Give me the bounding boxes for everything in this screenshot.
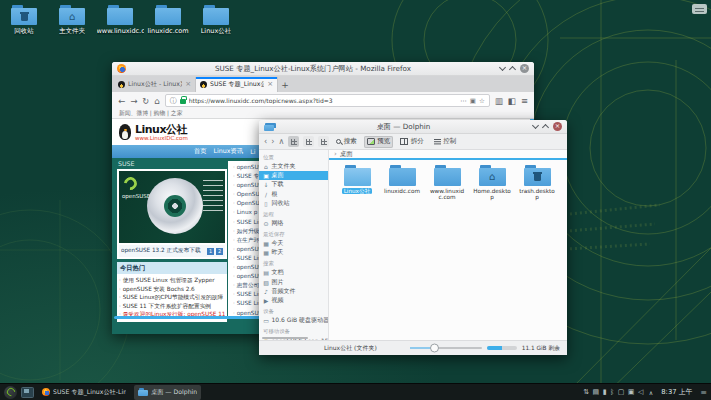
clock[interactable]: 8:37 上午 [661,387,692,397]
places-item[interactable]: 图片 [259,278,328,287]
search-button[interactable]: 搜索 [333,136,360,148]
forward-icon[interactable]: › [271,137,274,147]
control-button[interactable]: 控制 [431,136,460,148]
pagination-2[interactable]: 2 [216,248,223,255]
bookmark-star-icon[interactable]: ☆ [479,97,485,105]
firefox-titlebar[interactable]: SUSE 专题_Linux公社-Linux系统门户网站 - Mozilla Fi… [112,62,534,76]
application-launcher-icon[interactable] [4,386,17,399]
icon-view-button[interactable] [288,136,299,147]
hot-list-link[interactable]: openSUSE 安装 Bochs 2.6 [119,285,225,294]
tab-close-icon[interactable]: × [267,81,273,88]
site-nav-item[interactable]: 首页 [194,147,207,156]
maximize-icon[interactable] [542,124,549,131]
sidebar-toggle-icon[interactable]: ◧ [508,96,516,106]
url-text[interactable]: https://www.linuxidc.com/topicnews.aspx?… [189,97,458,104]
reload-icon[interactable]: ↻ [142,96,149,106]
places-item[interactable]: 桌面 [259,171,328,180]
zoom-slider[interactable] [410,347,482,349]
minimize-icon[interactable] [499,64,506,71]
taskbar-item-firefox[interactable]: SUSE 专题_Linux公社-Linux系统门户… [38,385,130,400]
desktop-folder-icon[interactable]: Linux公社 [192,5,240,36]
hot-list-link[interactable]: 使用 SUSE Linux 包管理器 Zypper [119,276,225,285]
file-item[interactable]: trash.desktop [516,165,558,201]
tab-linux-gongshe[interactable]: Linux公社 - Linux系统门户网 × [114,77,196,92]
places-item[interactable]: 主文件夹 [259,162,328,171]
places-item[interactable]: 音频文件 [259,287,328,296]
places-item[interactable]: 回收站 [259,199,328,208]
pagination-1[interactable]: 1 [207,248,214,255]
home-icon[interactable]: ⌂ [154,96,159,106]
hot-list-link[interactable]: SUSE 11 下文件系统扩容配置实例 [119,302,225,311]
bookmarks-bar[interactable]: 新闻、微博 | 购物 | 之家 [112,109,534,119]
place-icon [263,279,269,286]
site-nav-item[interactable]: Linux资讯 [214,147,244,156]
tab-close-icon[interactable]: × [185,81,191,88]
desktop-folder-icon[interactable]: 回收站 [0,5,48,36]
url-bar[interactable]: ⓘ https://www.linuxidc.com/topicnews.asp… [165,94,490,107]
back-icon[interactable]: ← [118,96,125,106]
new-tab-button[interactable]: + [278,78,292,92]
file-item[interactable]: linuxidc.com [381,165,423,201]
places-item[interactable]: 今天 [259,239,328,248]
forward-icon[interactable]: → [130,96,137,106]
breadcrumb[interactable]: › 桌面 [329,150,567,160]
site-logo-url: www.LinuxIDC.com [135,135,188,141]
column-section-label: SUSE [117,158,227,169]
library-icon[interactable]: ▥ [495,96,503,106]
promo-panel[interactable]: openSUSE openSUSE 13.2 正式发布下载 1 2 [117,169,227,259]
file-item[interactable]: www.linuxidc.com [426,165,468,201]
close-icon[interactable]: × [553,122,562,131]
network-icon[interactable]: ⇅ [583,388,589,397]
places-item[interactable]: 文档 [259,268,328,277]
desktop-toolbox-button[interactable] [692,4,707,14]
desktop-folder-icon[interactable]: linuxidc.com [144,5,192,36]
places-item[interactable]: 昨天 [259,248,328,257]
places-item[interactable]: 10.6 GiB 硬盘驱动器 [259,316,328,325]
clipboard-icon[interactable]: ▤ [593,388,600,397]
menu-icon[interactable]: ≡ [521,96,528,106]
site-logo-title[interactable]: Linux公社 [135,124,188,135]
split-button[interactable]: 拆分 [397,136,427,148]
display-icon[interactable]: ▢ [618,388,625,397]
pocket-icon[interactable]: ▣ [470,97,476,105]
virtual-desktop-pager[interactable] [21,387,34,398]
opensuse-dvd-image[interactable]: openSUSE [119,171,225,243]
file-item[interactable]: Linux公社 [336,165,378,201]
folder-icon [11,5,37,25]
back-icon[interactable]: ‹ [264,137,267,147]
places-item[interactable]: 网络 [259,219,328,228]
tux-logo-icon[interactable] [119,124,131,140]
site-nav-item[interactable]: Li [250,148,255,155]
panel-settings-icon[interactable]: ≡ [700,388,707,397]
places-item[interactable]: 视频 [259,296,328,305]
tree-view-button[interactable] [318,136,329,147]
desktop-folder-icon[interactable]: www.linuxidc.com [96,5,144,36]
up-icon[interactable]: ∧ [278,137,284,147]
tab-suse-topic[interactable]: SUSE 专题_Linux公社-Linu × [196,77,278,92]
dolphin-titlebar[interactable]: 桌面 — Dolphin × [259,120,567,134]
volume-icon[interactable]: ◁ [638,388,643,397]
hot-list-link[interactable]: SUSE Linux的CPU节能模式引发的故障 [119,293,225,302]
file-item[interactable]: Home.desktop [471,165,513,201]
promo-caption[interactable]: openSUSE 13.2 正式发布下载 [121,247,205,255]
taskbar-item-dolphin[interactable]: 桌面 — Dolphin [134,385,201,400]
site-info-icon[interactable]: ⓘ [170,96,177,106]
places-group: 网络 [259,219,328,228]
bookmarks-items[interactable]: 新闻、微博 | 购物 | 之家 [119,109,182,118]
desktop-icon-label: Linux公社 [201,27,232,36]
places-scrollbar[interactable] [262,337,308,340]
preview-button[interactable]: 预览 [364,136,394,148]
notifications-icon[interactable]: ▣ [628,388,635,397]
close-icon[interactable]: × [520,64,529,73]
breadcrumb-chevron-icon[interactable]: › [334,150,337,158]
places-item[interactable]: 根 [259,190,328,199]
battery-icon[interactable]: ▮ [603,388,607,397]
maximize-icon[interactable] [509,66,516,73]
minimize-icon[interactable] [532,122,539,129]
places-item[interactable]: 下载 [259,180,328,189]
page-actions-icon[interactable]: ⋯ [460,97,467,105]
detail-view-button[interactable] [303,136,314,147]
bluetooth-icon[interactable]: ᛒ [610,388,614,397]
tray-expander-icon[interactable]: ∧ [649,388,653,397]
desktop-folder-icon[interactable]: 主文件夹 [48,5,96,36]
